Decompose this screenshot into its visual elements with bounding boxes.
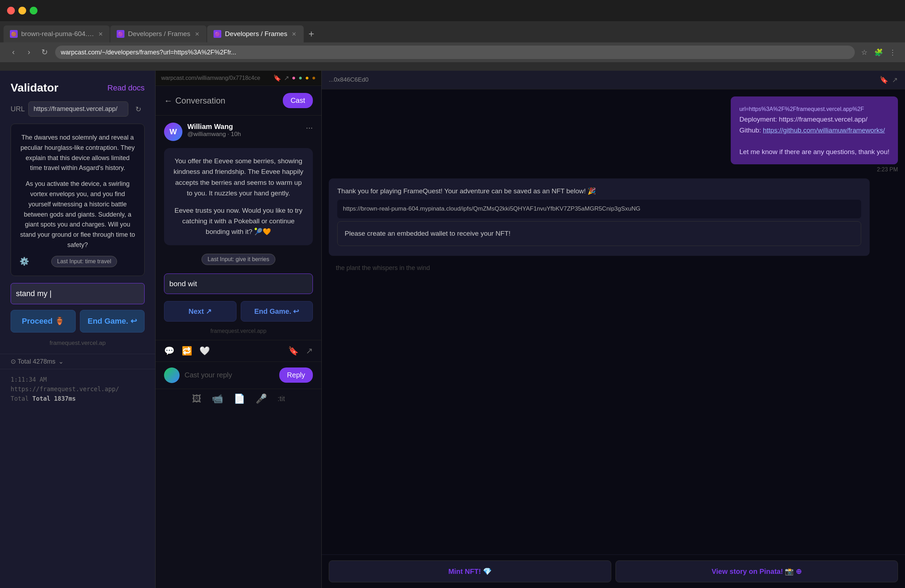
maximize-window-icon[interactable] <box>30 7 38 14</box>
url-refresh-icon[interactable]: ↻ <box>132 103 144 116</box>
conv-post-header: W William Wang @williamwang · 10h ··· <box>156 116 321 144</box>
read-docs-link[interactable]: Read docs <box>108 83 144 93</box>
chat-timestamp: 2:23 PM <box>877 166 898 173</box>
chat-share-icon[interactable]: ↗ <box>892 76 898 84</box>
browser-tab-2[interactable]: 🟣 Developers / Frames ✕ <box>110 25 206 43</box>
conv-header: ← Conversation Cast <box>156 86 321 116</box>
browser-tab-3[interactable]: 🟣 Developers / Frames ✕ <box>207 25 303 43</box>
back-arrow-icon: ← <box>164 96 173 106</box>
chat-panel: ...0x846C6Ed0 🔖 ↗ url=https%3A%2F%2Ffram… <box>322 71 905 588</box>
conv-url: warpcast.com/williamwang/0x7718c4ce <box>161 75 260 81</box>
server-msg-text: Thank you for playing FrameQuest! Your a… <box>337 185 861 197</box>
story-text-2: As you activate the device, a swirling v… <box>19 179 136 250</box>
log-url: https://framequest.vercel.app/ <box>11 385 119 393</box>
proceed-button[interactable]: Proceed 🏺 <box>11 310 76 333</box>
frame-domain: framequest.vercel.ap <box>11 339 144 347</box>
tab-close-3[interactable]: ✕ <box>291 31 297 37</box>
chat-action-buttons: Mint NFT! 💎 View story on Pinata! 📸 ⊕ <box>322 555 905 588</box>
mic-icon[interactable]: 🎤 <box>256 393 267 404</box>
conv-end-game-button[interactable]: End Game. ↩ <box>241 301 313 322</box>
tab-label-3: Developers / Frames <box>225 30 287 38</box>
tab-favicon-3: 🟣 <box>214 30 221 38</box>
validator-header: Validator Read docs <box>0 71 155 101</box>
conv-address-bar: warpcast.com/williamwang/0x7718c4ce 🔖 ↗ … <box>156 71 321 86</box>
conv-icon-5[interactable]: ● <box>305 74 309 82</box>
timing-label: ⊙ Total 4278ms <box>11 358 56 365</box>
message-text-2: Eevee trusts you now. Would you like to … <box>173 205 304 238</box>
purple-msg-url: url=https%3A%2F%2Fframequest.vercel.app%… <box>739 106 864 112</box>
view-story-button[interactable]: View story on Pinata! 📸 ⊕ <box>616 560 898 582</box>
frame-text-input[interactable] <box>11 283 144 304</box>
reply-button[interactable]: Reply <box>279 368 313 383</box>
chat-icons: 🔖 ↗ <box>880 76 898 84</box>
forward-button[interactable]: › <box>23 46 35 59</box>
comment-icon[interactable]: 💬 <box>164 346 175 356</box>
reply-placeholder[interactable]: Cast your reply <box>184 371 274 379</box>
bookmark-icon[interactable]: ☆ <box>859 47 870 58</box>
conv-icon-6[interactable]: ● <box>312 74 316 82</box>
close-window-icon[interactable] <box>7 7 15 14</box>
github-link[interactable]: https://github.com/williamuw/frameworks/ <box>763 127 885 134</box>
address-input[interactable] <box>55 46 855 59</box>
conv-icon-3[interactable]: ● <box>292 74 296 82</box>
conv-input-row <box>164 274 313 294</box>
browser-tab-1[interactable]: 🟤 brown-real-puma-604.mypin... ✕ <box>3 25 110 43</box>
file-icon[interactable]: 📄 <box>234 393 245 404</box>
conv-text-input[interactable] <box>164 274 313 294</box>
like-icon[interactable]: 🤍 <box>199 346 210 356</box>
mint-nft-button[interactable]: Mint NFT! 💎 <box>329 560 611 582</box>
end-game-button[interactable]: End Game. ↩ <box>80 310 145 333</box>
menu-icon[interactable]: ⋮ <box>888 47 898 58</box>
new-tab-button[interactable]: + <box>304 27 319 41</box>
tab-label-1: brown-real-puma-604.mypin... <box>21 30 94 38</box>
recast-icon[interactable]: 🔁 <box>182 346 192 356</box>
nft-wallet-prompt[interactable]: Please create an embedded wallet to rece… <box>337 221 861 246</box>
conv-icon-2[interactable]: ↗ <box>284 74 289 82</box>
server-message: Thank you for playing FrameQuest! Your a… <box>329 178 870 256</box>
toolbar-icons: ☆ 🧩 ⋮ <box>859 47 898 58</box>
tab-close-1[interactable]: ✕ <box>98 31 103 37</box>
url-row: URL ↻ <box>0 101 155 124</box>
reply-avatar <box>164 368 179 383</box>
refresh-button[interactable]: ↻ <box>38 46 51 59</box>
story-text: The dwarves nod solemnly and reveal a pe… <box>19 133 136 173</box>
chat-address-bar: ...0x846C6Ed0 🔖 ↗ <box>322 71 905 89</box>
conv-icon-4[interactable]: ● <box>298 74 302 82</box>
share-icon[interactable]: ↗ <box>306 346 313 356</box>
url-input[interactable] <box>28 101 128 117</box>
tab-label-2: Developers / Frames <box>128 30 190 38</box>
chat-url-label: ...0x846C6Ed0 <box>329 76 875 83</box>
photo-icon[interactable]: 🖼 <box>192 393 201 404</box>
nft-link[interactable]: https://brown-real-puma-604.mypinata.clo… <box>337 200 861 219</box>
next-button[interactable]: Next ↗ <box>164 301 237 322</box>
back-button[interactable]: ‹ <box>7 46 20 59</box>
conv-icon-1[interactable]: 🔖 <box>273 74 281 82</box>
more-options-icon[interactable]: ··· <box>306 123 313 133</box>
minimize-window-icon[interactable] <box>18 7 26 14</box>
chat-messages: url=https%3A%2F%2Fframequest.vercel.app%… <box>322 89 905 555</box>
cast-button[interactable]: Cast <box>283 93 313 108</box>
purple-msg-thanks: Let me know if there are any questions, … <box>739 148 889 155</box>
purple-message: url=https%3A%2F%2Fframequest.vercel.app%… <box>731 97 898 164</box>
timing-bar: ⊙ Total 4278ms ⌄ <box>0 354 155 369</box>
conv-bar-icons: 🔖 ↗ ● ● ● ● <box>273 74 316 82</box>
validator-title: Validator <box>11 81 58 94</box>
conv-action-bar: 💬 🔁 🤍 🔖 ↗ <box>156 340 321 361</box>
log-line-3: Total Total 1837ms <box>11 394 144 404</box>
post-author: William Wang <box>187 123 301 131</box>
conv-domain: framequest.vercel.app <box>156 328 321 334</box>
reply-composer: Cast your reply Reply <box>156 361 321 389</box>
input-text-hint: :tit <box>278 395 285 403</box>
url-label: URL <box>11 105 25 113</box>
frame-input-row <box>11 283 144 304</box>
input-bar: 🖼 📹 📄 🎤 :tit <box>156 389 321 409</box>
tab-close-2[interactable]: ✕ <box>194 31 200 37</box>
message-text: You offer the Eevee some berries, showin… <box>173 156 304 199</box>
back-button-conv[interactable]: ← Conversation <box>164 96 225 106</box>
title-bar <box>0 0 905 21</box>
bookmark-action-icon[interactable]: 🔖 <box>288 346 299 356</box>
extensions-icon[interactable]: 🧩 <box>873 47 884 58</box>
video-icon[interactable]: 📹 <box>212 393 223 404</box>
log-total: Total 1837ms <box>32 395 76 402</box>
chat-bookmark-icon[interactable]: 🔖 <box>880 76 888 84</box>
